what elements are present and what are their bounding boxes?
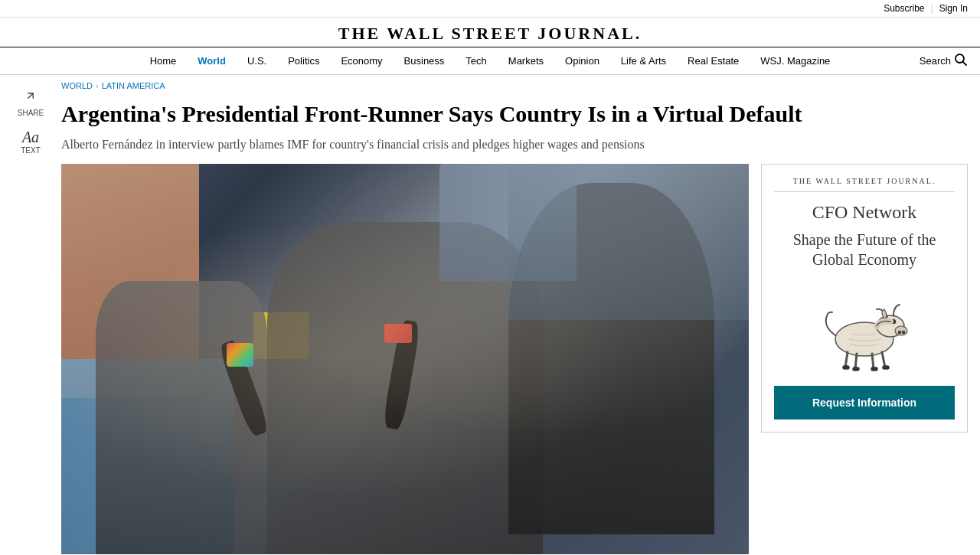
ad-subtitle: Shape the Future of the Global Economy	[774, 230, 955, 269]
content-wrapper: SHARE Aa TEXT WORLD › LATIN AMERICA Arge…	[0, 75, 980, 555]
article-subtitle: Alberto Fernández in interview partly bl…	[61, 136, 968, 153]
svg-line-1	[963, 62, 966, 65]
nav-item-real-estate[interactable]: Real Estate	[677, 47, 750, 74]
svg-line-7	[855, 354, 857, 369]
nav-item-economy[interactable]: Economy	[330, 47, 393, 74]
ad-bull-illustration	[803, 282, 926, 374]
article-image-wrapper: Presidential front-runner Alberto Fernán…	[61, 164, 968, 555]
breadcrumb-latin-america[interactable]: LATIN AMERICA	[102, 81, 165, 90]
subscribe-link[interactable]: Subscribe	[884, 3, 924, 14]
svg-rect-10	[843, 366, 849, 369]
svg-rect-13	[883, 366, 889, 369]
left-sidebar: SHARE Aa TEXT	[0, 75, 61, 555]
nav-item-world[interactable]: World	[187, 47, 237, 74]
svg-rect-12	[871, 367, 877, 371]
ad-wsj-logo: THE WALL STREET JOURNAL.	[774, 177, 955, 192]
svg-line-8	[872, 354, 874, 369]
wsj-logo[interactable]: THE WALL STREET JOURNAL.	[338, 24, 642, 43]
ad-box: THE WALL STREET JOURNAL. CFO Network Sha…	[761, 164, 968, 433]
ad-title: CFO Network	[774, 201, 955, 224]
svg-rect-11	[853, 367, 859, 371]
signin-link[interactable]: Sign In	[939, 3, 968, 14]
article-image-container: Presidential front-runner Alberto Fernán…	[61, 164, 749, 555]
main-nav: Home World U.S. Politics Economy Busines…	[0, 47, 980, 75]
svg-line-6	[845, 352, 848, 367]
search-label: Search	[920, 55, 951, 67]
article-title: Argentina's Presidential Front-Runner Sa…	[61, 100, 968, 129]
breadcrumb-world[interactable]: WORLD	[61, 81, 93, 90]
right-sidebar: THE WALL STREET JOURNAL. CFO Network Sha…	[761, 164, 968, 433]
article-main: WORLD › LATIN AMERICA Argentina's Presid…	[61, 75, 980, 555]
text-label: TEXT	[21, 146, 41, 155]
share-icon	[22, 87, 39, 106]
logo-bar: THE WALL STREET JOURNAL.	[0, 18, 980, 47]
nav-item-life-arts[interactable]: Life & Arts	[610, 47, 677, 74]
text-size-icon: Aa	[22, 129, 39, 145]
nav-items: Home World U.S. Politics Economy Busines…	[139, 47, 841, 74]
article-image	[61, 164, 749, 554]
nav-item-home[interactable]: Home	[139, 47, 188, 74]
top-bar-divider: |	[931, 3, 933, 14]
search-area[interactable]: Search	[920, 53, 968, 69]
svg-point-15	[903, 331, 905, 333]
ad-cta-button[interactable]: Request Information	[774, 386, 955, 420]
share-label: SHARE	[18, 109, 44, 117]
top-utility-bar: Subscribe | Sign In	[0, 0, 980, 18]
search-icon[interactable]	[954, 53, 968, 69]
nav-item-markets[interactable]: Markets	[498, 47, 554, 74]
nav-item-tech[interactable]: Tech	[455, 47, 497, 74]
nav-item-business[interactable]: Business	[394, 47, 456, 74]
share-button[interactable]: SHARE	[18, 87, 44, 117]
nav-item-politics[interactable]: Politics	[277, 47, 330, 74]
svg-point-4	[895, 326, 907, 335]
nav-item-us[interactable]: U.S.	[237, 47, 277, 74]
svg-line-9	[882, 352, 885, 367]
text-size-button[interactable]: Aa TEXT	[21, 129, 41, 155]
breadcrumb-separator: ›	[96, 81, 99, 90]
nav-item-opinion[interactable]: Opinion	[554, 47, 610, 74]
breadcrumb: WORLD › LATIN AMERICA	[61, 81, 968, 90]
svg-point-14	[899, 331, 901, 333]
nav-item-wsj-magazine[interactable]: WSJ. Magazine	[750, 47, 841, 74]
